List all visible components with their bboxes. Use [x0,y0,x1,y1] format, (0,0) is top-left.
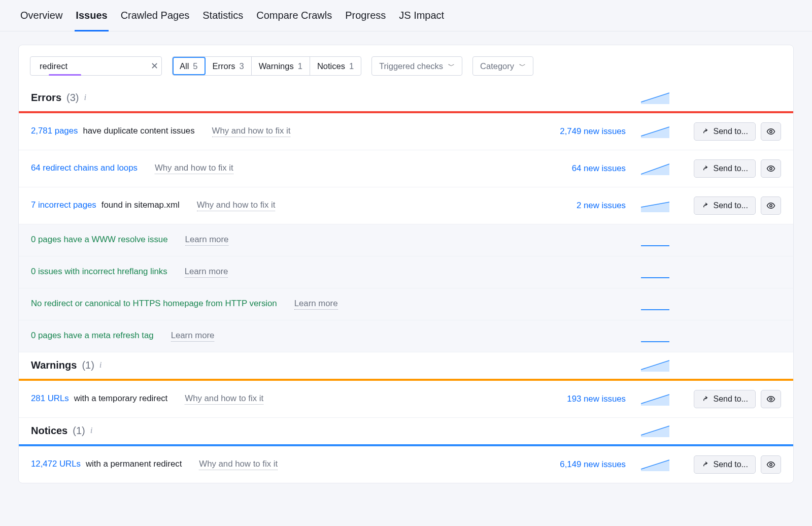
passed-row: No redirect or canonical to HTTPS homepa… [19,288,793,320]
eye-icon [766,127,775,136]
new-issues[interactable]: 2,749 new issues [560,126,626,137]
filter-all[interactable]: All 5 [173,57,206,75]
passed-text: 0 pages have a meta refresh tag [31,331,154,341]
filter-errors[interactable]: Errors 3 [206,57,252,75]
issue-link[interactable]: 281 URLs [31,393,69,404]
hide-button[interactable] [761,159,781,178]
search-box: ✕ [30,56,162,76]
learn-more-link[interactable]: Learn more [171,331,215,342]
share-icon [701,395,709,403]
issue-link[interactable]: 2,781 pages [31,126,78,136]
learn-more-link[interactable]: Learn more [185,235,229,246]
toolbar: ✕ All 5 Errors 3 Warnings 1 Notices 1 Tr… [19,45,793,85]
new-issues[interactable]: 2 new issues [577,201,626,211]
info-icon[interactable]: i [90,425,93,436]
hide-button[interactable] [761,390,781,408]
errors-title: Errors [31,92,61,104]
issue-row: 2,781 pages have duplicate content issue… [19,113,793,150]
send-to-button[interactable]: Send to... [694,122,756,141]
passed-row: 0 issues with incorrect hreflang links L… [19,256,793,288]
tab-progress[interactable]: Progress [344,0,387,31]
svg-point-6 [770,168,772,170]
info-icon[interactable]: i [99,360,102,370]
passed-row: 0 pages have a meta refresh tag Learn mo… [19,320,793,352]
svg-point-4 [770,130,772,133]
issue-link[interactable]: 64 redirect chains and loops [31,163,138,173]
fix-link[interactable]: Why and how to fix it [155,163,233,174]
issue-link[interactable]: 7 incorrect pages [31,200,96,210]
category-dropdown[interactable]: Category ﹀ [472,56,533,76]
chevron-down-icon: ﹀ [448,61,455,71]
filter-warnings[interactable]: Warnings 1 [252,57,310,75]
errors-header: Errors (3) i [19,85,793,111]
send-to-label: Send to... [714,460,749,469]
send-to-button[interactable]: Send to... [694,159,756,178]
tab-issues[interactable]: Issues [75,0,108,31]
search-highlight [49,74,81,76]
learn-more-link[interactable]: Learn more [294,299,338,310]
new-issues[interactable]: 193 new issues [567,394,626,404]
sparkline [641,358,669,372]
fix-link[interactable]: Why and how to fix it [197,200,276,211]
clear-search-icon[interactable]: ✕ [151,60,158,72]
issue-row: 64 redirect chains and loops Why and how… [19,150,793,187]
send-to-label: Send to... [714,164,749,173]
fix-link[interactable]: Why and how to fix it [212,126,291,137]
svg-point-18 [770,464,772,466]
learn-more-link[interactable]: Learn more [185,267,228,278]
filter-all-label: All [180,61,189,71]
share-icon [701,127,709,136]
fix-link[interactable]: Why and how to fix it [185,393,263,405]
filter-errors-count: 3 [239,61,244,71]
eye-icon [766,460,775,469]
issue-text: with a permanent redirect [86,459,182,469]
warnings-header: Warnings (1) i [19,352,793,379]
notices-count: (1) [73,425,85,437]
warnings-title: Warnings [31,359,77,371]
hide-button[interactable] [761,455,781,474]
sparkline [641,392,669,406]
issue-text: with a temporary redirect [74,393,168,404]
send-to-label: Send to... [714,127,749,136]
sparkline [641,162,669,175]
fix-link[interactable]: Why and how to fix it [199,459,278,470]
tab-compare-crawls[interactable]: Compare Crawls [255,0,333,31]
hide-button[interactable] [761,122,781,141]
new-issues[interactable]: 64 new issues [572,163,626,174]
hide-button[interactable] [761,196,781,215]
category-label: Category [480,61,514,71]
tab-crawled-pages[interactable]: Crawled Pages [120,0,191,31]
issues-panel: ✕ All 5 Errors 3 Warnings 1 Notices 1 Tr… [18,45,794,483]
tab-overview[interactable]: Overview [19,0,63,31]
issue-link[interactable]: 12,472 URLs [31,459,81,469]
triggered-checks-dropdown[interactable]: Triggered checks ﹀ [371,56,462,76]
search-input[interactable] [40,61,147,71]
info-icon[interactable]: i [84,92,86,103]
chevron-down-icon: ﹀ [519,61,526,71]
sparkline [641,125,669,138]
share-icon [701,202,709,210]
sparkline [641,330,669,343]
tab-js-impact[interactable]: JS Impact [398,0,445,31]
sparkline [641,234,669,247]
send-to-button[interactable]: Send to... [694,390,756,408]
filter-all-count: 5 [193,61,197,71]
filter-notices[interactable]: Notices 1 [310,57,361,75]
eye-icon [766,394,775,404]
send-to-button[interactable]: Send to... [694,455,756,474]
filter-warnings-label: Warnings [259,61,294,71]
sparkline [641,91,669,104]
svg-point-8 [770,205,772,207]
filter-notices-label: Notices [317,61,345,71]
svg-point-15 [770,398,772,401]
new-issues[interactable]: 6,149 new issues [560,459,626,470]
passed-text: 0 pages have a WWW resolve issue [31,235,168,245]
send-to-button[interactable]: Send to... [694,196,756,215]
issue-text: found in sitemap.xml [101,200,180,210]
tab-statistics[interactable]: Statistics [201,0,244,31]
notices-title: Notices [31,425,67,437]
eye-icon [766,164,775,173]
filter-errors-label: Errors [213,61,235,71]
filter-notices-count: 1 [349,61,354,71]
notices-header: Notices (1) i [19,418,793,444]
